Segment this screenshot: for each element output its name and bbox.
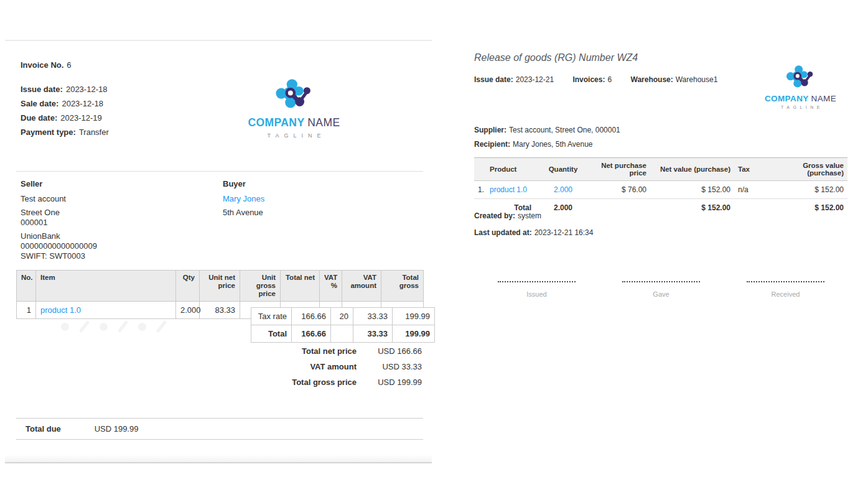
buyer-address: 5th Avenue (223, 208, 385, 218)
release-table-header-row: Product Quantity Net purchase price Net … (474, 158, 847, 181)
issue-date-line: Issue date:2023-12-18 (21, 85, 109, 94)
col-header-unit-gross-price: Unit gross price (240, 271, 281, 302)
table-total-label: Total (251, 325, 292, 343)
issue-date-value: 2023-12-18 (66, 85, 108, 94)
summary-total-gross-label: Total gross price (292, 378, 357, 387)
company-logo-wordmark: COMPANY NAME (243, 116, 345, 129)
company-logo-icon (275, 78, 314, 111)
release-total-net-value: $ 152.00 (650, 199, 734, 217)
signature-dotted-line (747, 280, 824, 282)
seller-address-line2: 000001 (21, 218, 47, 227)
summary-total-net-label: Total net price (302, 347, 357, 356)
invoice-summary: Total net price USD 166.66 VAT amount US… (292, 347, 422, 394)
table-total-row: Total 166.66 33.33 199.99 (251, 325, 435, 343)
col-header-total-gross: Total gross (381, 271, 424, 302)
payment-type-line: Payment type:Transfer (21, 128, 109, 137)
total-due-value: USD 199.99 (95, 424, 139, 434)
recipient-line: Recipient:Mary Jones, 5th Avenue (474, 140, 593, 149)
release-invoices-label: Invoices: (572, 75, 605, 84)
col-header-qty: Qty (176, 271, 200, 302)
buyer-link[interactable]: Mary Jones (223, 194, 264, 203)
col-header-net-value: Net value (purchase) (650, 158, 734, 181)
logo-tagline-text: TAGLINE (762, 105, 839, 109)
release-warehouse: Warehouse:Warehouse1 (631, 75, 718, 84)
release-items-table: Product Quantity Net purchase price Net … (474, 157, 847, 216)
invoice-number-value: 6 (67, 60, 71, 70)
seller-bank: UnionBank00000000000000009SWIFT: SWT0003 (21, 231, 207, 261)
seller-address-line1: Street One (21, 208, 60, 217)
col-header-tax: Tax (734, 158, 772, 181)
invoice-table-header-row: No. Item Qty Unit net price Unit gross p… (17, 271, 424, 302)
invoice-header: Invoice No.6 Issue date:2023-12-18 Sale … (21, 60, 109, 142)
signature-dotted-line (622, 280, 700, 282)
invoice-document: Invoice No.6 Issue date:2023-12-18 Sale … (5, 40, 432, 463)
signature-received-label: Received (747, 290, 824, 298)
company-logo: COMPANY NAME TAGLINE (243, 78, 345, 139)
invoice-number-line: Invoice No.6 (21, 60, 109, 70)
signature-gave-label: Gave (622, 290, 700, 298)
due-date-label: Due date: (21, 113, 57, 123)
summary-vat-label: VAT amount (310, 363, 357, 371)
col-header-no: No. (17, 271, 36, 302)
release-quantity-link[interactable]: 2.000 (554, 185, 572, 194)
supplier-line: Supplier:Test account, Street One, 00000… (474, 126, 620, 134)
seller-name: Test account (21, 194, 207, 204)
tax-rate-vat-pct: 20 (331, 308, 353, 325)
company-logo-wordmark: COMPANY NAME (762, 94, 839, 103)
release-total-quantity: 2.000 (541, 199, 585, 217)
release-issue-date-value: 2023-12-21 (516, 75, 554, 84)
signature-dotted-line (498, 280, 576, 282)
release-product-link[interactable]: product 1.0 (490, 185, 527, 194)
buyer-block: Buyer Mary Jones 5th Avenue (223, 179, 385, 221)
faint-watermark (61, 316, 217, 337)
col-header-gross-value: Gross value (purchase) (772, 158, 847, 181)
release-net-purchase-price: $ 76.00 (585, 181, 650, 199)
signatures-section: Issued Gave Received (498, 280, 868, 298)
seller-bank-account: 00000000000000009 (21, 241, 97, 251)
signature-gave: Gave (622, 280, 700, 298)
total-due-label: Total due (26, 424, 92, 434)
created-by-value: system (518, 211, 541, 220)
item-no: 1 (17, 302, 36, 319)
release-invoices: Invoices:6 (572, 75, 614, 84)
release-gross-value: $ 152.00 (772, 181, 847, 199)
summary-vat-value: USD 33.33 (357, 363, 422, 371)
col-header-product: Product (474, 158, 541, 181)
release-item-index: 1. (478, 185, 490, 194)
col-header-vat-amount: VAT amount (342, 271, 381, 302)
tax-rate-row: Tax rate 166.66 20 33.33 199.99 (251, 308, 435, 325)
release-invoices-value: 6 (607, 75, 612, 84)
seller-block: Seller Test account Street One000001 Uni… (21, 179, 207, 265)
company-logo-icon (786, 65, 815, 90)
summary-vat-row: VAT amount USD 33.33 (292, 363, 422, 371)
tax-rate-vat-amount: 33.33 (353, 308, 393, 325)
invoice-number-label: Invoice No. (21, 60, 63, 70)
section-divider (16, 171, 423, 172)
invoice-tax-summary-table: Tax rate 166.66 20 33.33 199.99 Total 16… (251, 307, 435, 343)
release-net-value: $ 152.00 (650, 181, 734, 199)
col-header-vat-pct: VAT % (320, 271, 342, 302)
summary-total-net-row: Total net price USD 166.66 (292, 347, 422, 356)
col-header-quantity: Quantity (541, 158, 585, 181)
seller-heading: Seller (21, 179, 207, 188)
last-updated-label: Last updated at: (474, 228, 532, 237)
recipient-label: Recipient: (474, 140, 510, 149)
payment-type-value: Transfer (79, 128, 109, 137)
tax-rate-label: Tax rate (251, 308, 292, 325)
signature-issued-label: Issued (498, 290, 576, 298)
supplier-label: Supplier: (474, 126, 506, 134)
due-date-line: Due date:2023-12-19 (21, 114, 109, 123)
product-link[interactable]: product 1.0 (40, 305, 81, 315)
col-header-total-net: Total net (281, 271, 320, 302)
buyer-heading: Buyer (223, 179, 385, 188)
release-item-row: 1.product 1.0 2.000 $ 76.00 $ 152.00 n/a… (474, 181, 847, 199)
supplier-value: Test account, Street One, 000001 (509, 126, 620, 134)
payment-type-label: Payment type: (21, 128, 76, 137)
created-by-line: Created by:system (474, 211, 541, 220)
release-total-gross-value: $ 152.00 (772, 199, 847, 217)
table-total-net: 166.66 (292, 325, 331, 343)
col-header-net-purchase-price: Net purchase price (585, 158, 650, 181)
release-meta-row: Issue date:2023-12-21 Invoices:6 Warehou… (474, 75, 734, 84)
issue-date-label: Issue date: (21, 85, 63, 94)
summary-total-gross-value: USD 199.99 (357, 378, 422, 387)
